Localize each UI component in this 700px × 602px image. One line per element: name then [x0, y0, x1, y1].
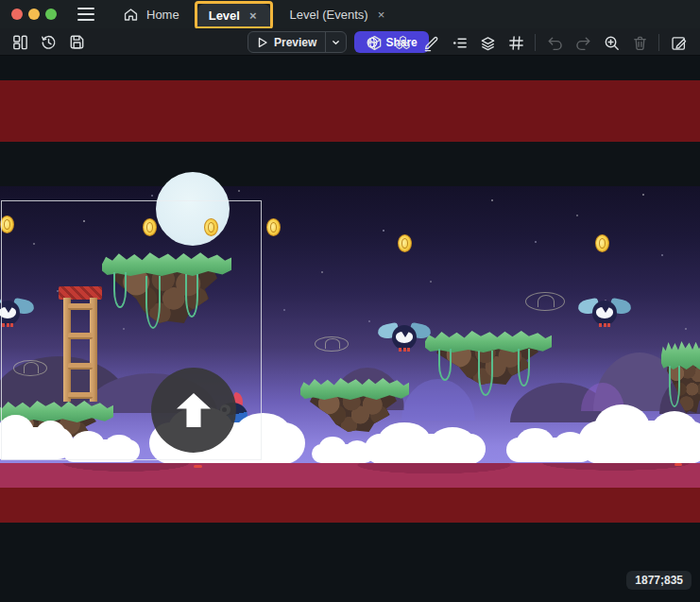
lava-band-bottom[interactable]	[0, 488, 700, 523]
layers-icon	[479, 34, 497, 52]
cursor-coordinates-badge: 1877;835	[626, 571, 691, 590]
app-window: Home Level × Level (Events) ×	[0, 0, 700, 602]
mushroom	[573, 374, 587, 387]
layers-button[interactable]	[476, 31, 499, 54]
floating-island[interactable]	[425, 328, 552, 404]
preview-label: Preview	[274, 36, 316, 49]
redo-icon	[574, 34, 592, 52]
close-window-button[interactable]	[11, 9, 23, 20]
preview-button[interactable]: Preview	[248, 36, 325, 49]
object-groups-icon	[394, 34, 412, 52]
undo-icon	[546, 34, 564, 52]
toggle-panels-icon	[11, 33, 29, 51]
vine	[478, 351, 493, 396]
redo-button[interactable]	[572, 31, 594, 54]
tab-level-close-icon[interactable]: ×	[248, 8, 259, 24]
trash-icon	[631, 34, 649, 52]
history-button[interactable]	[37, 30, 60, 53]
cloud	[365, 434, 486, 464]
coin-object[interactable]	[398, 234, 412, 252]
vine	[518, 349, 530, 387]
lava-spark	[674, 463, 682, 466]
instances-list-button[interactable]	[448, 31, 470, 54]
minimize-window-button[interactable]	[28, 9, 40, 20]
tutorial-highlight-box: Level ×	[195, 1, 273, 29]
scene-editor-canvas[interactable]: 1877;835	[0, 56, 700, 602]
tab-level-label: Level	[209, 9, 240, 23]
chevron-down-icon	[332, 38, 340, 47]
vine	[438, 349, 452, 381]
zoom-button[interactable]	[600, 31, 623, 54]
island-rocks	[310, 394, 397, 432]
undo-button[interactable]	[543, 31, 566, 54]
stars	[0, 186, 2, 188]
sketch-outline-object[interactable]	[315, 336, 349, 352]
island-grass	[661, 337, 700, 370]
edit-button[interactable]	[419, 31, 442, 54]
hamburger-menu-icon[interactable]	[76, 3, 98, 26]
bat-body	[392, 325, 417, 350]
arrow-up-icon	[177, 393, 211, 427]
jump-button-object[interactable]	[151, 368, 236, 453]
tab-home-label: Home	[146, 8, 179, 22]
bat-enemy-object[interactable]	[378, 321, 431, 355]
toggle-panels-button[interactable]	[9, 30, 31, 53]
edit-note-icon	[670, 34, 688, 52]
objects-button[interactable]	[363, 31, 385, 54]
save-button[interactable]	[65, 30, 88, 53]
save-icon	[68, 33, 86, 51]
sketch-outline-object[interactable]	[525, 292, 565, 311]
lava-band-top[interactable]	[0, 80, 700, 142]
tab-level[interactable]: Level ×	[197, 4, 270, 26]
instances-list-icon	[451, 34, 469, 52]
traffic-lights	[0, 9, 62, 20]
tab-level-events[interactable]: Level (Events) ×	[279, 1, 399, 27]
object-groups-button[interactable]	[391, 31, 414, 54]
home-icon	[123, 7, 139, 23]
maximize-window-button[interactable]	[45, 9, 57, 20]
island-grass	[300, 375, 409, 400]
toolbar-divider	[535, 34, 536, 51]
preview-dropdown-button[interactable]	[325, 32, 346, 52]
night-sky-background	[0, 186, 700, 463]
vine	[669, 366, 680, 407]
toolbar-left-group	[6, 30, 91, 53]
delete-button[interactable]	[628, 31, 651, 54]
lava-spark	[194, 465, 202, 468]
coin-object[interactable]	[266, 218, 281, 236]
bat-body	[592, 301, 617, 325]
preview-split-button: Preview	[248, 31, 347, 53]
scene-properties-button[interactable]	[667, 31, 690, 54]
pencil-icon	[422, 34, 440, 52]
toolbar: Preview Share	[0, 28, 700, 56]
cloud	[578, 421, 700, 464]
history-clock-icon	[40, 33, 58, 51]
zoom-in-icon	[603, 34, 621, 52]
tab-level-events-close-icon[interactable]: ×	[376, 7, 387, 23]
play-icon	[257, 37, 268, 48]
bat-enemy-object[interactable]	[578, 297, 631, 331]
toolbar-right-group	[360, 31, 692, 54]
tab-home[interactable]: Home	[111, 1, 191, 27]
coin-object[interactable]	[595, 234, 609, 252]
cube-icon	[366, 34, 384, 52]
tab-level-events-label: Level (Events)	[290, 8, 368, 22]
grid-button[interactable]	[504, 31, 527, 54]
titlebar: Home Level × Level (Events) ×	[0, 0, 700, 28]
grid-icon	[507, 34, 525, 52]
lava-strip-top[interactable]	[0, 463, 700, 488]
toolbar-divider	[658, 34, 659, 51]
